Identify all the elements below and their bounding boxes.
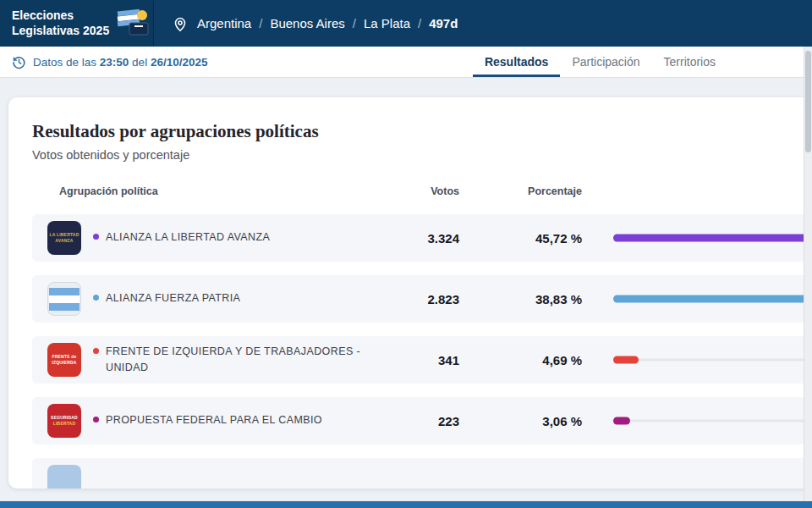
bar-fill — [613, 417, 630, 425]
party-votes: 223 — [364, 414, 459, 428]
party-color-dot — [93, 417, 99, 422]
column-header-votes: Votos — [364, 185, 459, 197]
party-logo-text: LA LIBERTAD — [50, 232, 80, 239]
table-row: ALIANZA FUERZA PATRIA 2.823 38,83 % — [32, 275, 812, 323]
clock-history-icon — [12, 55, 26, 69]
breadcrumb-separator: / — [418, 16, 421, 30]
party-name: ALIANZA FUERZA PATRIA — [106, 290, 240, 306]
party-percentage: 4,69 % — [459, 353, 582, 367]
results-card: Resultados por agrupaciones políticas Vo… — [8, 97, 812, 489]
breadcrumb-item-city[interactable]: La Plata — [364, 16, 410, 30]
party-logo: SEGURIDAD LIBERTAD — [47, 404, 81, 438]
table-row-partial — [32, 458, 812, 489]
status-bar: Datos de las 23:50 del 26/10/2025 Result… — [0, 47, 812, 78]
party-logo-text: FRENTE de — [52, 354, 76, 361]
party-logo — [47, 465, 81, 489]
app-brand: Elecciones Legislativas 2025 — [0, 0, 154, 47]
column-header-percentage: Porcentaje — [459, 185, 582, 197]
tab-resultados[interactable]: Resultados — [473, 47, 560, 77]
vertical-scrollbar[interactable] — [804, 47, 812, 501]
party-name: ALIANZA LA LIBERTAD AVANZA — [106, 229, 270, 246]
column-header-party: Agrupación política — [59, 185, 364, 197]
bar-fill — [613, 356, 639, 364]
party-bar — [613, 233, 812, 243]
party-logo-argentina-flag — [47, 282, 81, 316]
location-pin-icon — [171, 14, 189, 33]
party-votes: 341 — [364, 353, 459, 367]
data-timestamp: Datos de las 23:50 del 26/10/2025 — [12, 55, 207, 69]
breadcrumb-item-country[interactable]: Argentina — [197, 16, 251, 30]
tab-territorios[interactable]: Territorios — [652, 47, 727, 77]
party-logo: FRENTE de IZQUIERDA — [47, 343, 81, 377]
app-header: Elecciones Legislativas 2025 Argentina /… — [0, 0, 812, 47]
table-header: Agrupación política Votos Porcentaje — [32, 185, 812, 197]
tab-participacion[interactable]: Participación — [560, 47, 651, 77]
table-row: LA LIBERTAD AVANZA ALIANZA LA LIBERTAD A… — [32, 214, 812, 262]
footer-strip — [0, 501, 812, 508]
party-logo-text: IZQUIERDA — [52, 360, 76, 367]
party-logo-text: AVANZA — [55, 238, 73, 245]
table-row: SEGURIDAD LIBERTAD PROPUESTA FEDERAL PAR… — [32, 397, 812, 444]
party-votes: 2.823 — [364, 292, 459, 306]
party-percentage: 3,06 % — [459, 414, 582, 428]
bar-track — [613, 359, 812, 362]
table-row: FRENTE de IZQUIERDA FRENTE DE IZQUIERDA … — [32, 336, 812, 384]
party-name: FRENTE DE IZQUIERDA Y DE TRABAJADORES - … — [106, 344, 364, 377]
breadcrumb-item-province[interactable]: Buenos Aires — [270, 16, 344, 30]
party-color-dot — [93, 348, 99, 354]
card-subtitle: Votos obtenidos y porcentaje — [32, 148, 812, 162]
results-table: LA LIBERTAD AVANZA ALIANZA LA LIBERTAD A… — [32, 214, 812, 489]
party-name: PROPUESTA FEDERAL PARA EL CAMBIO — [106, 412, 322, 428]
scrollbar-thumb[interactable] — [805, 51, 811, 152]
breadcrumb-separator: / — [353, 16, 356, 30]
party-votes: 3.324 — [364, 231, 459, 246]
bar-track — [613, 420, 812, 422]
breadcrumb-separator: / — [259, 16, 262, 30]
party-color-dot — [93, 234, 99, 240]
view-tabs: Resultados Participación Territorios — [473, 47, 727, 77]
bar-fill — [613, 235, 812, 242]
party-color-dot — [93, 295, 99, 301]
party-logo-text: LIBERTAD — [53, 421, 76, 428]
party-bar — [613, 294, 812, 304]
bar-fill — [613, 295, 812, 303]
breadcrumb-current: 497d — [429, 16, 458, 30]
breadcrumb: Argentina / Buenos Aires / La Plata / 49… — [154, 14, 458, 33]
app-title: Elecciones Legislativas 2025 — [12, 8, 109, 38]
app-logo-icon — [116, 8, 151, 40]
party-bar — [613, 416, 812, 426]
party-percentage: 38,83 % — [459, 292, 582, 306]
party-logo: LA LIBERTAD AVANZA — [47, 221, 81, 255]
party-percentage: 45,72 % — [459, 231, 582, 246]
party-bar — [613, 355, 812, 365]
party-logo-text: SEGURIDAD — [51, 415, 78, 422]
card-title: Resultados por agrupaciones políticas — [32, 121, 812, 142]
